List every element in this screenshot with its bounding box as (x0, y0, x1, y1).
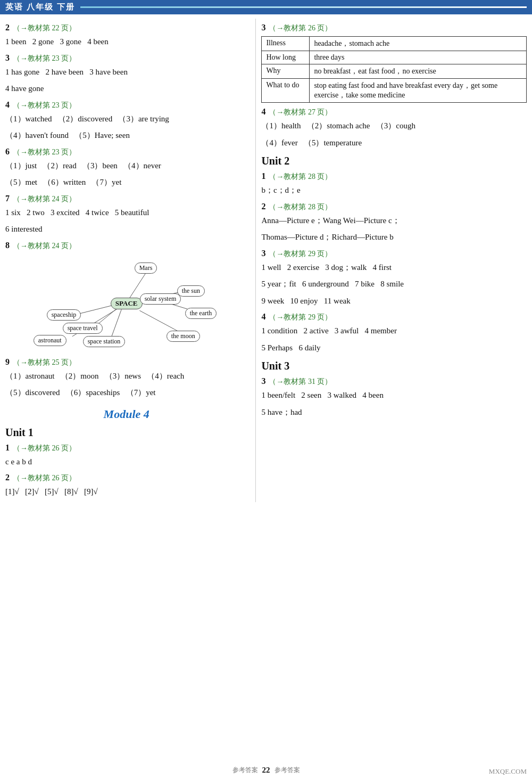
header-bar: 英语 八年级 下册 (0, 0, 532, 14)
section-3a-answer2: 4 have gone (5, 82, 247, 96)
r-sec4-answer2: （4）fever （5）temperature (261, 136, 527, 150)
u2-sec1-answer: b；c；d；e (261, 184, 527, 198)
table-label-howlong: How long (262, 51, 310, 64)
u3-sec3-answer1: 1 been/felt 2 seen 3 walked 4 been (261, 389, 527, 403)
mindmap-astronaut-node: astronaut (34, 335, 66, 346)
section-6-answer2: （5）met （6）written （7）yet (5, 176, 247, 190)
table-row: Illness headache，stomach ache (262, 37, 527, 51)
r-sec4-answer1: （1）health （2）stomach ache （3）cough (261, 119, 527, 133)
table-value-whattodo: stop eating fast food and have breakfast… (310, 79, 527, 103)
header-decoration (80, 6, 527, 8)
mindmap-center-node: SPACE (111, 298, 143, 309)
table-row: How long three days (262, 51, 527, 64)
section-2-header: 2 （→教材第 22 页） (5, 23, 247, 33)
section-2-ref: （→教材第 22 页） (13, 23, 76, 33)
mindmap-mars-node: Mars (135, 263, 157, 274)
mindmap-earth-node: the earth (185, 308, 217, 319)
section-3a-num: 3 (5, 53, 10, 63)
u2-sec4-answer1: 1 condition 2 active 3 awful 4 member (261, 324, 527, 338)
section-2-answer: 1 been 2 gone 3 gone 4 been (5, 35, 247, 49)
section-4-answer2: （4）haven't found （5）Have; seen (5, 129, 247, 143)
section-4-num: 4 (5, 100, 10, 110)
section-9-num: 9 (5, 357, 10, 367)
footer: 参考答案 22 参考答案 (0, 766, 532, 775)
table-label-whattodo: What to do (262, 79, 310, 103)
svg-line-3 (111, 309, 121, 338)
u2-sec4-num: 4 (261, 312, 265, 322)
u2-sec1-ref: （→教材第 28 页） (269, 172, 332, 182)
section-3a-header: 3 （→教材第 23 页） (5, 53, 247, 63)
u2-sec3-header: 3 （→教材第 29 页） (261, 249, 527, 259)
page-layout: 2 （→教材第 22 页） 1 been 2 gone 3 gone 4 bee… (0, 19, 532, 502)
table-label-illness: Illness (262, 37, 310, 51)
mindmap-solarsystem-node: solar system (140, 293, 181, 305)
section-4-answer1: （1）watched （2）discovered （3）are trying (5, 112, 247, 126)
u2-sec2-answer2: Thomas—Picture d；Richard—Picture b (261, 231, 527, 244)
unit1-sec2-header: 2 （→教材第 26 页） (5, 473, 247, 483)
unit-1-title: Unit 1 (5, 427, 247, 439)
mind-map: SPACE spaceship space travel astronaut s… (26, 256, 228, 352)
unit-2-title: Unit 2 (261, 155, 527, 167)
section-9-header: 9 （→教材第 25 页） (5, 357, 247, 367)
u2-sec2-num: 2 (261, 202, 265, 211)
section-8-ref: （→教材第 24 页） (13, 241, 76, 251)
u3-sec3-ref: （→教材第 31 页） (269, 377, 332, 387)
left-column: 2 （→教材第 22 页） 1 been 2 gone 3 gone 4 bee… (5, 19, 255, 502)
u2-sec4-answer2: 5 Perhaps 6 daily (261, 341, 527, 355)
u2-sec3-answer3: 9 week 10 enjoy 11 weak (261, 294, 527, 308)
section-6-num: 6 (5, 147, 10, 157)
unit1-sec1-num: 1 (5, 443, 10, 453)
r-sec4-header: 4 （→教材第 27 页） (261, 107, 527, 117)
unit1-sec2-answer: [1]√ [2]√ [5]√ [8]√ [9]√ (5, 485, 247, 499)
section-8-header: 8 （→教材第 24 页） (5, 241, 247, 251)
watermark: MXQE.COM (489, 767, 527, 776)
u2-sec3-answer2: 5 year；fit 6 underground 7 bike 8 smile (261, 277, 527, 291)
unit1-sec1-ref: （→教材第 26 页） (13, 444, 76, 453)
table-row: Why no breakfast，eat fast food，no exerci… (262, 64, 527, 79)
section-6-ref: （→教材第 23 页） (13, 147, 76, 157)
section-2-num: 2 (5, 23, 10, 32)
page-number: 22 (262, 766, 270, 775)
u2-sec3-num: 3 (261, 249, 265, 258)
table-label-why: Why (262, 64, 310, 79)
unit1-sec1-header: 1 （→教材第 26 页） (5, 443, 247, 453)
section-7-answer2: 6 interested (5, 223, 247, 236)
unit-3-title: Unit 3 (261, 360, 527, 372)
section-6-header: 6 （→教材第 23 页） (5, 147, 247, 157)
r-sec3-num: 3 (261, 23, 265, 32)
module-4-title: Module 4 (5, 407, 247, 421)
section-7-num: 7 (5, 194, 10, 203)
section-3a-answer1: 1 has gone 2 have been 3 have been (5, 65, 247, 79)
svg-line-7 (139, 310, 181, 333)
section-9-ref: （→教材第 25 页） (13, 358, 76, 367)
u3-sec3-num: 3 (261, 376, 265, 386)
table-row: What to do stop eating fast food and hav… (262, 79, 527, 103)
u3-sec3-header: 3 （→教材第 31 页） (261, 376, 527, 387)
section-3a-ref: （→教材第 23 页） (13, 54, 76, 63)
u2-sec4-header: 4 （→教材第 29 页） (261, 312, 527, 322)
footer-right-text: 参考答案 (275, 766, 300, 775)
u2-sec2-header: 2 （→教材第 28 页） (261, 202, 527, 212)
u3-sec3-answer2: 5 have；had (261, 406, 527, 420)
mindmap-moon-node: the moon (167, 331, 200, 342)
section-7-ref: （→教材第 24 页） (13, 194, 76, 204)
u2-sec1-header: 1 （→教材第 28 页） (261, 171, 527, 182)
r-sec3-ref: （→教材第 26 页） (269, 23, 332, 33)
section-4-ref: （→教材第 23 页） (13, 101, 76, 110)
unit1-sec2-ref: （→教材第 26 页） (13, 473, 76, 483)
section-7-header: 7 （→教材第 24 页） (5, 194, 247, 204)
mindmap-spaceship-node: spaceship (47, 309, 81, 321)
table-value-why: no breakfast，eat fast food，no exercise (310, 64, 527, 79)
section-7-answer1: 1 six 2 two 3 excited 4 twice 5 beautifu… (5, 206, 247, 220)
table-value-illness: headache，stomach ache (310, 37, 527, 51)
mindmap-spacestation-node: space station (83, 336, 126, 347)
u2-sec2-answer1: Anna—Picture e；Wang Wei—Picture c； (261, 214, 527, 228)
illness-table: Illness headache，stomach ache How long t… (261, 36, 527, 103)
section-8-num: 8 (5, 241, 10, 250)
section-6-answer1: （1）just （2）read （3）been （4）never (5, 159, 247, 173)
r-sec4-ref: （→教材第 27 页） (269, 108, 332, 117)
u2-sec4-ref: （→教材第 29 页） (269, 313, 332, 322)
section-9-answer2: （5）discovered （6）spaceships （7）yet (5, 386, 247, 400)
unit1-sec1-answer: c e a b d (5, 455, 247, 469)
table-value-howlong: three days (310, 51, 527, 64)
